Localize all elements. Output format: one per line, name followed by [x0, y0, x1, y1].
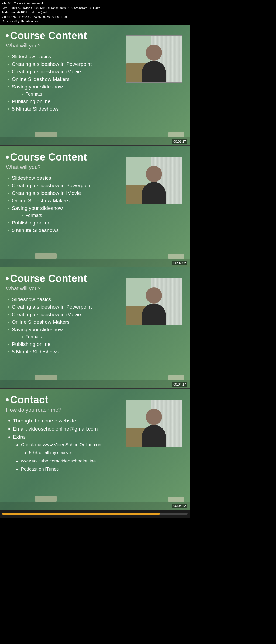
video-thumbnail-2 — [126, 278, 182, 325]
list-item: Saving your slideshow — [8, 327, 126, 333]
contact-item: Extra — [8, 434, 126, 440]
list-item: 5 Minute Slideshows — [8, 106, 126, 112]
slide-list-1: Slideshow basicsCreating a slideshow in … — [8, 175, 126, 233]
file-info-line3: Audio: aac, 44100 Hz, stereo (und) — [2, 10, 188, 15]
slide-subtitle-2: What will you? — [6, 285, 126, 292]
list-item: Creating a slideshow in Powerpoint — [8, 304, 126, 310]
list-item: Creating a slideshow in iMovie — [8, 69, 126, 75]
video-thumbnail-3 — [126, 400, 182, 447]
bullet-icon: • — [5, 151, 9, 163]
progress-fill — [2, 513, 160, 515]
book-icon-left-3 — [35, 496, 57, 502]
slide-list-0: Slideshow basicsCreating a slideshow in … — [8, 54, 126, 112]
slide-3: •Contact How do you reach me? Through th… — [0, 389, 190, 510]
file-info-line1: File: 001 Course Overview.mp4 — [2, 1, 188, 6]
video-thumbnail-1 — [126, 157, 182, 204]
list-item: Creating a slideshow in Powerpoint — [8, 183, 126, 189]
list-item: Publishing online — [8, 341, 126, 347]
list-item-sub: Formats — [22, 91, 126, 97]
list-item: 5 Minute Slideshows — [8, 227, 126, 233]
progress-bar[interactable] — [2, 513, 188, 515]
contact-item-sub1: Check out www.VideoSchoolOnline.com — [16, 442, 126, 448]
book-icon-right-0 — [168, 132, 184, 137]
slide-1: •Course Content What will you? Slideshow… — [0, 146, 190, 267]
slide-list-2: Slideshow basicsCreating a slideshow in … — [8, 297, 126, 355]
list-item: Slideshow basics — [8, 54, 126, 60]
slide-subtitle-1: What will you? — [6, 164, 126, 170]
list-item: Saving your slideshow — [8, 205, 126, 211]
list-item: Publishing online — [8, 98, 126, 104]
list-item: Creating a slideshow in Powerpoint — [8, 61, 126, 67]
file-info-line4: Video: h264, yuv420p, 1280x720, 30.00 fp… — [2, 15, 188, 19]
contact-item-sub1: www.youtube.com/videoschoolonline — [16, 458, 126, 464]
book-icon-right-3 — [168, 497, 184, 502]
list-item: Creating a slideshow in iMovie — [8, 312, 126, 318]
bottom-bar-0 — [0, 137, 190, 145]
contact-item-sub2: 50% off all my courses — [24, 450, 126, 456]
timestamp-0: 00:01:17 — [172, 139, 187, 144]
list-item: Online Slideshow Makers — [8, 319, 126, 325]
list-item: Saving your slideshow — [8, 84, 126, 90]
list-item-sub: Formats — [22, 213, 126, 218]
book-icon-left-2 — [35, 375, 57, 380]
slides-container: •Course Content What will you? Slideshow… — [0, 25, 190, 510]
slide-title-0: •Course Content — [5, 30, 126, 42]
slide-0: •Course Content What will you? Slideshow… — [0, 25, 190, 146]
list-item-sub: Formats — [22, 334, 126, 340]
list-item: Publishing online — [8, 220, 126, 226]
timestamp-1: 00:02:52 — [172, 261, 187, 265]
book-icon-right-2 — [168, 375, 184, 380]
bottom-bar-2 — [0, 380, 190, 388]
list-item: Slideshow basics — [8, 297, 126, 302]
file-info: File: 001 Course Overview.mp4 Size: 1889… — [0, 0, 190, 25]
bullet-icon: • — [5, 394, 9, 406]
list-item: Slideshow basics — [8, 175, 126, 181]
contact-item: Email: videoschoolonline@gmail.com — [8, 426, 126, 432]
slide-subtitle-3: How do you reach me? — [6, 407, 126, 413]
file-info-line5: Generated by Thumbnail me — [2, 19, 188, 23]
bullet-icon: • — [5, 30, 9, 42]
file-info-line2: Size: 18891725 bytes (18.02 MiB), durati… — [2, 6, 188, 10]
list-item: 5 Minute Slideshows — [8, 349, 126, 355]
list-item: Online Slideshow Makers — [8, 198, 126, 204]
slide-title-3: •Contact — [5, 394, 126, 406]
contact-item: Through the course website. — [8, 418, 126, 424]
video-thumbnail-0 — [126, 35, 182, 83]
list-item: Creating a slideshow in iMovie — [8, 190, 126, 196]
bottom-bar-3 — [0, 502, 190, 510]
bullet-icon: • — [5, 273, 9, 284]
slide-title-2: •Course Content — [5, 273, 126, 284]
book-icon-left-0 — [35, 132, 57, 137]
contact-list-3: Through the course website.Email: videos… — [8, 418, 126, 472]
slide-title-1: •Course Content — [5, 151, 126, 163]
book-icon-left-1 — [35, 253, 57, 259]
contact-item-sub1: Podcast on iTunes — [16, 466, 126, 472]
timestamp-2: 00:04:17 — [172, 382, 187, 387]
playback-bar[interactable] — [0, 510, 190, 518]
bottom-bar-1 — [0, 259, 190, 267]
timestamp-3: 00:05:42 — [172, 504, 187, 508]
book-icon-right-1 — [168, 254, 184, 259]
slide-subtitle-0: What will you? — [6, 43, 126, 49]
slide-2: •Course Content What will you? Slideshow… — [0, 267, 190, 389]
list-item: Online Slideshow Makers — [8, 76, 126, 82]
